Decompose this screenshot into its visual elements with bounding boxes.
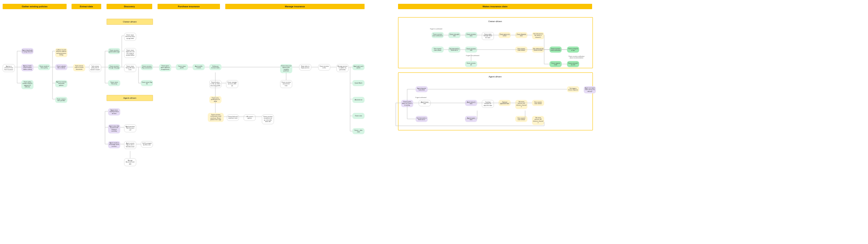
node-p11: Owner receives no policies set up, sees … xyxy=(262,114,274,124)
node-a1: Agent views need/Questions list form xyxy=(108,108,120,116)
node-m8: Owner sees xyxy=(352,113,365,119)
node-ad4: Owner invites agent for Owner's & novelt… xyxy=(401,100,413,107)
node-ad2: Tab triggers human response xyxy=(567,86,579,92)
node-c12: Data repeats claim details xyxy=(515,47,527,53)
node-a2: Agent views Tab Insurance OR Rating & su… xyxy=(108,124,120,133)
node-owner-start: Owner starts Discovery xyxy=(108,80,120,86)
node-c6: Owner deposits data xyxy=(515,32,527,38)
node-c4: Owner deals through about bit claim xyxy=(482,32,494,40)
node-p8: Owner receives confirmation email purcha… xyxy=(208,113,224,122)
node-c2: Owner new gets task xyxy=(448,32,460,38)
node-m9: Owner + after claim xyxy=(352,128,365,134)
node-c9: Tab Interested or Referrals in xyxy=(448,47,460,53)
node-owner-guide: Owner receives guide/walkthrough xyxy=(108,48,120,54)
section-agent-driven2: Agent-driven xyxy=(399,74,591,79)
node-owner-review: Owner reviews their portfolio xyxy=(55,97,67,103)
node-ad7: Tracking receives re-about bit claim xyxy=(482,100,494,108)
node-dis-1: Owner views Discovery Drop-up app video xyxy=(124,33,136,41)
node-p10: All current options xyxy=(244,114,256,121)
phase-gather: Gather existing policies xyxy=(3,4,67,9)
phase-claim: Makes insurance claim xyxy=(398,4,592,9)
node-c5: Owner goes in to action xyxy=(499,32,511,38)
node-ad13: Data repeats claim details xyxy=(515,116,527,122)
node-agent-download: Agent downloads or using Client ID xyxy=(21,48,33,54)
phase-discovery: Discovery xyxy=(107,4,152,9)
node-c1: Owner receives send notifications xyxy=(432,32,444,38)
node-agency-email: Agency sends email to policy holders ask… xyxy=(21,64,33,71)
node-c3: Owner receives data xyxy=(465,32,477,38)
node-owner-find: Owner needs to find a policy xyxy=(38,64,50,70)
node-a5: Agent convert Opp to sale in Tab discuss… xyxy=(124,141,136,149)
label-sub4: Owner receives notification about recomm… xyxy=(567,56,586,59)
node-ad11: Tab Interested or Referrals in xyxy=(416,116,428,122)
phase-purchase: Purchase insurance xyxy=(158,4,220,9)
node-p9: Owner fails and matches it sent xyxy=(227,114,239,121)
phase-extract: Extract data xyxy=(72,4,101,9)
node-dis-6: Manage Accessed next gap xyxy=(124,158,136,166)
node-onboard: Agency is onboard & has their insurance xyxy=(3,64,15,72)
node-a6: Call & arranged by Tab at am xyxy=(141,141,153,148)
node-agent-receives: Agent is receives and needs policies xyxy=(55,80,67,87)
node-c15: Owner acting list of ops xyxy=(567,47,579,53)
node-owner-approach: Owner policy number asked & approach & c… xyxy=(21,80,33,89)
node-task-create: Task receives tasks to create documents xyxy=(73,64,85,71)
section-agent-driven: Agent-driven xyxy=(107,95,153,101)
node-c17: Owner renewal if (1) met xyxy=(567,61,579,67)
node-task-review: Task reviews policy data & stored in mas… xyxy=(89,64,101,72)
node-dis-2: Owner views duplicates and can config to… xyxy=(124,48,136,58)
node-ad14: Tab move process still clients in channe… xyxy=(532,116,544,125)
node-m4: Manage process to update my portal data xyxy=(336,64,349,72)
node-m7: Attached set xyxy=(352,97,365,103)
node-m2: Steps takes to begin process xyxy=(299,64,311,71)
node-p2: Owner views profile xyxy=(176,64,188,70)
node-c11: Owner remains (2) xyxy=(465,61,477,67)
node-ad9: Tab move process still clients in channe… xyxy=(515,100,527,109)
node-ad1: Agent deposits tasks field xyxy=(416,86,428,92)
node-a4: Agent previews Tab Insurance call xyxy=(124,124,136,132)
section-owner-driven2: Owner-driven xyxy=(399,19,591,24)
node-m6: Quote Match xyxy=(352,80,365,86)
node-dis-4: Owner receives Gap assessment xyxy=(141,64,153,70)
node-ad3: Agent can report claim was on my referra… xyxy=(584,86,596,93)
node-c10: Owner receives 56D xyxy=(465,47,477,53)
node-p3: Agent profile created xyxy=(193,64,205,70)
node-m10: Owner receives assessment from xyxy=(280,80,292,88)
section-owner-driven: Owner-driven xyxy=(107,19,153,25)
label-sub3: If agent authorised xyxy=(414,97,428,98)
node-c14: Owner receives email notification xyxy=(549,47,562,53)
node-a3: Agent emails to encourage owner to retur… xyxy=(108,141,120,148)
node-dis-5: Owner views Gap list xyxy=(141,80,153,86)
phase-manage: Manage insurance xyxy=(225,4,365,9)
node-p1: Owner gives agent approval via agreement xyxy=(159,64,171,71)
node-m1: Owner views and options after complete p… xyxy=(280,64,292,73)
node-dis-3: Owner views Tab profile data & etc xyxy=(124,64,136,72)
node-c7: Tab Call process tell clients in channel… xyxy=(532,32,544,39)
outline-owner-driven xyxy=(398,17,593,68)
node-p5: Owner actions to Tab, to collect discove… xyxy=(209,80,221,88)
node-p7: Owner arranges access to offer (2) xyxy=(226,80,238,88)
node-ad8: Optional populated data xyxy=(499,100,511,106)
node-ad6: Agent views & data xyxy=(465,100,477,106)
node-p4: Setting up receives tasks xyxy=(209,64,221,70)
node-c13: Tab chit/email tell clients of initial xyxy=(532,47,544,53)
node-p6: Owner auto-qualification for detail xyxy=(209,96,221,103)
node-ad10: Data repeats claim details xyxy=(532,100,544,106)
node-m5: Agent gets each system xyxy=(352,64,365,70)
label-sub1: If agent is authorised xyxy=(429,28,443,30)
diagram-canvas: Gather existing policies Extract data Di… xyxy=(0,0,868,244)
node-owner-tab: Owner receives through Tab page xyxy=(108,64,120,70)
node-owner-upload: Owner uploads files in (form) xyxy=(55,64,67,70)
node-c16: Owner repeats email xyxy=(549,61,562,67)
node-calltext: Call/text records linked to address and … xyxy=(55,48,67,57)
node-m3: Owner receives e-Doc xyxy=(318,64,330,71)
node-c8: Data repeats claim details xyxy=(432,47,444,53)
node-ad5: Agent knows icon xyxy=(419,100,431,106)
node-ad12: Agent require data xyxy=(465,116,477,122)
label-sub2: If agent not authorised xyxy=(466,55,479,56)
